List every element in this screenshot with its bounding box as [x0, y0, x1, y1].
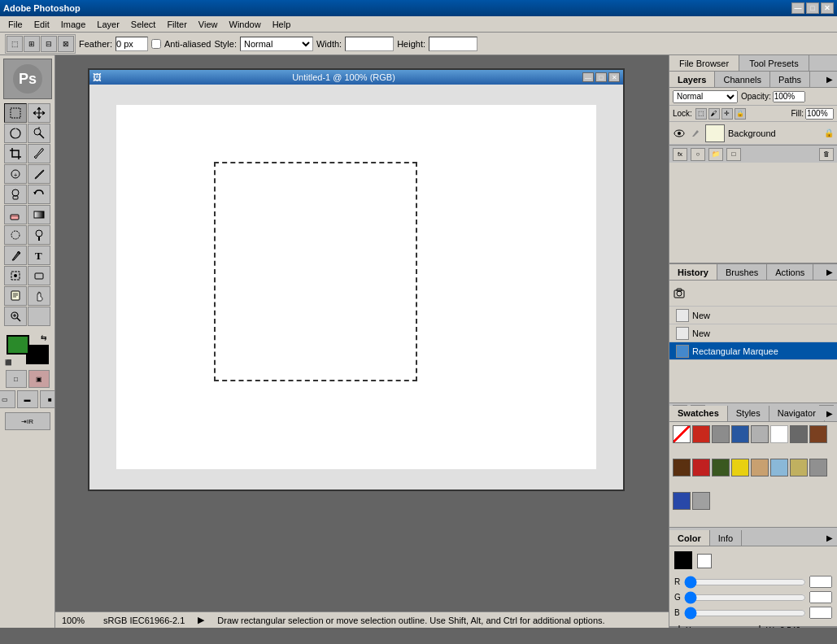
layer-visibility-btn[interactable]	[673, 127, 686, 140]
r-slider[interactable]	[684, 578, 806, 586]
swatch-white[interactable]	[770, 425, 788, 443]
intersect-selection-btn[interactable]: ⊠	[58, 36, 74, 52]
new-selection-btn[interactable]: ⬚	[7, 36, 23, 52]
standard-mode-btn[interactable]: □	[6, 370, 27, 388]
menu-filter[interactable]: Filter	[162, 19, 191, 30]
menu-help[interactable]: Help	[268, 19, 296, 30]
doc-maximize-btn[interactable]: □	[595, 72, 607, 82]
pen-tool-btn[interactable]	[4, 246, 27, 265]
quick-mask-btn[interactable]: ▣	[28, 370, 50, 388]
lock-transparent-btn[interactable]: ⬚	[695, 108, 707, 120]
swatch-yellow[interactable]	[731, 459, 749, 476]
brushes-tab[interactable]: Brushes	[717, 264, 767, 280]
color-fg-picker[interactable]	[674, 551, 692, 569]
eyedropper-tool-btn[interactable]	[28, 144, 50, 163]
color-menu-btn[interactable]: ▶	[822, 531, 837, 546]
dodge-tool-btn[interactable]	[28, 225, 50, 245]
new-layer-btn[interactable]: □	[726, 148, 741, 161]
lasso-tool-btn[interactable]	[4, 124, 27, 143]
magic-wand-tool-btn[interactable]	[28, 124, 50, 143]
swatch-red[interactable]	[692, 425, 710, 443]
swatch-transparent[interactable]	[673, 425, 691, 443]
full-screen-menu-btn[interactable]: ▬	[17, 390, 38, 408]
zoom-tool-btn[interactable]	[4, 307, 27, 326]
paths-tab[interactable]: Paths	[770, 72, 810, 87]
clone-tool-btn[interactable]	[4, 185, 27, 204]
history-item-marquee[interactable]: Rectangular Marquee	[669, 342, 837, 360]
full-screen-btn[interactable]: ■	[40, 390, 56, 408]
swatch-darkbrown[interactable]	[673, 459, 691, 476]
layer-item-background[interactable]: Background 🔒	[669, 122, 837, 145]
b-slider[interactable]	[684, 609, 806, 617]
anti-aliased-checkbox[interactable]	[151, 39, 161, 49]
crop-tool-btn[interactable]	[4, 144, 27, 163]
eraser-tool-btn[interactable]	[4, 205, 27, 224]
notes-tool-btn[interactable]	[4, 286, 27, 306]
maximize-btn[interactable]: □	[806, 2, 819, 14]
tool-presets-tab[interactable]: Tool Presets	[739, 55, 809, 71]
swatch-darkgray[interactable]	[790, 425, 808, 443]
text-tool-btn[interactable]: T	[28, 246, 50, 265]
lock-image-btn[interactable]: 🖌	[708, 108, 720, 120]
g-value[interactable]	[809, 591, 832, 603]
layer-effects-btn[interactable]: fx	[673, 148, 687, 161]
doc-close-btn[interactable]: ✕	[608, 72, 620, 82]
swatch-darkgreen[interactable]	[712, 459, 730, 476]
move-tool-btn[interactable]	[28, 103, 50, 123]
layers-menu-btn[interactable]: ▶	[822, 72, 837, 87]
background-color-swatch[interactable]	[26, 345, 49, 364]
height-input[interactable]	[429, 37, 477, 51]
history-item-new2[interactable]: New	[669, 324, 837, 342]
standard-screen-btn[interactable]: ▭	[0, 390, 15, 408]
navigator-tab[interactable]: Navigator	[769, 406, 825, 421]
jump-to-btn[interactable]: ⇥IR	[5, 412, 50, 430]
menu-select[interactable]: Select	[126, 19, 161, 30]
styles-tab[interactable]: Styles	[728, 406, 769, 421]
lock-position-btn[interactable]: ✛	[721, 108, 733, 120]
swatch-medgray[interactable]	[809, 459, 827, 476]
channels-tab[interactable]: Channels	[715, 72, 769, 87]
color-tab[interactable]: Color	[669, 530, 710, 546]
swatch-skyblue[interactable]	[770, 459, 788, 476]
history-tab[interactable]: History	[669, 264, 717, 280]
hand-tool-btn[interactable]	[28, 286, 50, 306]
g-slider[interactable]	[684, 594, 806, 602]
subtract-selection-btn[interactable]: ⊟	[41, 36, 57, 52]
swatches-tab[interactable]: Swatches	[669, 406, 728, 421]
healing-tool-btn[interactable]: +	[4, 164, 27, 184]
menu-edit[interactable]: Edit	[29, 19, 54, 30]
color-bg-picker[interactable]	[697, 554, 712, 568]
path-selection-btn[interactable]	[4, 266, 27, 285]
info-tab[interactable]: Info	[710, 530, 742, 546]
blend-mode-select[interactable]: Normal Dissolve Multiply	[673, 90, 738, 103]
document-canvas[interactable]	[89, 85, 623, 490]
swatch-tan[interactable]	[751, 459, 769, 476]
menu-window[interactable]: Window	[225, 19, 266, 30]
swatch-khaki[interactable]	[790, 459, 808, 476]
swatch-blue[interactable]	[731, 425, 749, 443]
menu-image[interactable]: Image	[56, 19, 91, 30]
close-btn[interactable]: ✕	[821, 2, 834, 14]
b-value[interactable]	[809, 607, 832, 619]
menu-layer[interactable]: Layer	[92, 19, 124, 30]
menu-view[interactable]: View	[194, 19, 223, 30]
fill-input[interactable]	[805, 108, 834, 120]
history-brush-btn[interactable]	[28, 185, 50, 204]
swap-colors-btn[interactable]: ⇆	[41, 333, 47, 342]
add-selection-btn[interactable]: ⊞	[24, 36, 40, 52]
foreground-color-swatch[interactable]	[7, 335, 29, 355]
new-group-btn[interactable]: 📁	[708, 148, 723, 161]
brush-tool-btn[interactable]	[28, 164, 50, 184]
width-input[interactable]	[345, 37, 394, 51]
shape-tool-btn[interactable]	[28, 266, 50, 285]
swatch-lightgray[interactable]	[751, 425, 769, 443]
blur-tool-btn[interactable]	[4, 225, 27, 245]
delete-layer-btn[interactable]: 🗑	[819, 148, 834, 161]
swatches-menu-btn[interactable]: ▶	[822, 406, 837, 420]
swatch-brown[interactable]	[809, 425, 827, 443]
swatch-gray5[interactable]	[692, 492, 710, 510]
swatch-gray[interactable]	[712, 425, 730, 443]
r-value[interactable]	[809, 576, 832, 588]
swatch-red2[interactable]	[692, 459, 710, 476]
reset-colors-btn[interactable]: ⬛	[5, 359, 12, 366]
